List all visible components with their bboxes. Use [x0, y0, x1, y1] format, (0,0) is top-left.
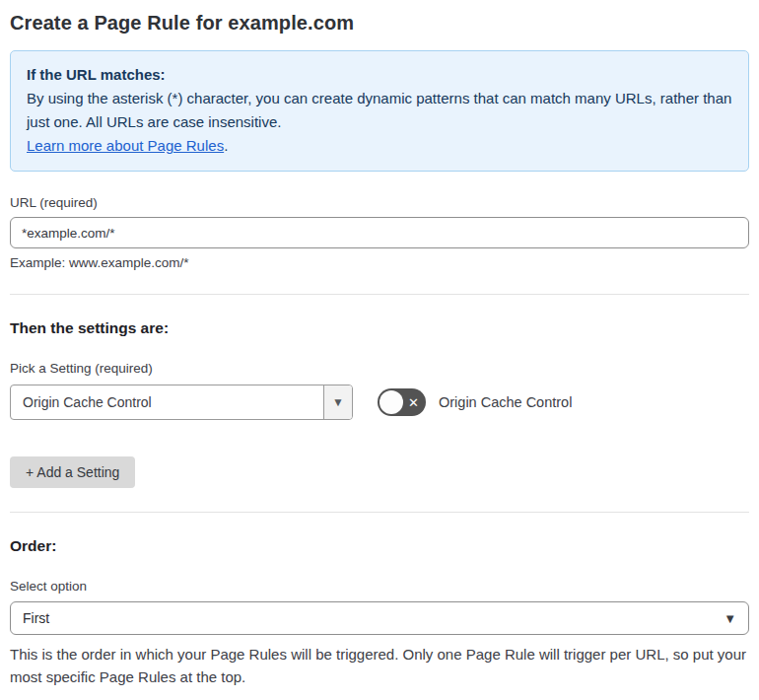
info-box-body: By using the asterisk (*) character, you… — [27, 87, 732, 134]
setting-select-value: Origin Cache Control — [11, 385, 323, 419]
section-divider — [10, 294, 749, 295]
setting-toggle-label: Origin Cache Control — [439, 394, 572, 410]
info-box-heading: If the URL matches: — [27, 63, 732, 87]
order-select-value: First — [23, 610, 49, 626]
order-helper-text: This is the order in which your Page Rul… — [10, 643, 749, 688]
pick-setting-label: Pick a Setting (required) — [10, 361, 749, 376]
toggle-knob — [380, 390, 403, 414]
setting-select[interactable]: Origin Cache Control ▼ — [10, 385, 353, 420]
add-setting-button[interactable]: + Add a Setting — [10, 456, 135, 488]
toggle-off-x-icon: ✕ — [408, 388, 419, 416]
section-divider — [10, 512, 749, 513]
order-section-heading: Order: — [10, 537, 749, 555]
url-input[interactable] — [10, 217, 749, 248]
learn-more-link[interactable]: Learn more about Page Rules — [27, 137, 224, 154]
url-helper-text: Example: www.example.com/* — [10, 255, 749, 270]
dropdown-arrow-icon: ▼ — [332, 395, 344, 409]
order-select-label: Select option — [10, 579, 749, 594]
setting-row: Origin Cache Control ▼ ✕ Origin Cache Co… — [10, 385, 749, 420]
setting-toggle[interactable]: ✕ — [378, 388, 426, 416]
order-select[interactable]: First ▼ — [10, 601, 749, 635]
page-title: Create a Page Rule for example.com — [10, 12, 749, 35]
url-match-info-box: If the URL matches: By using the asteris… — [10, 50, 749, 172]
setting-select-arrow-button[interactable]: ▼ — [323, 385, 352, 419]
settings-section-heading: Then the settings are: — [10, 319, 749, 337]
link-period: . — [224, 137, 228, 154]
info-box-link-row: Learn more about Page Rules. — [27, 134, 732, 158]
chevron-down-icon: ▼ — [724, 611, 736, 626]
url-field-label: URL (required) — [10, 195, 749, 210]
